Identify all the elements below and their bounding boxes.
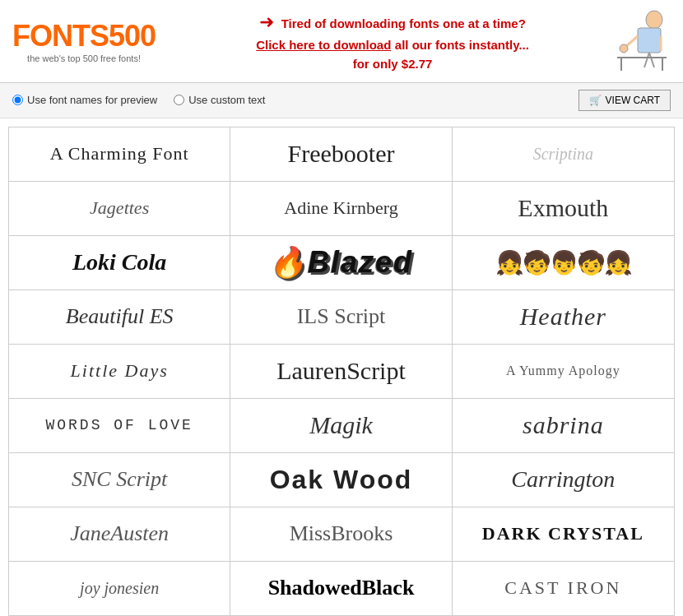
font-preview-beautiful: Beautiful ES <box>66 304 174 329</box>
font-preview-jagettes: Jagettes <box>90 197 149 219</box>
font-preview-shadowedblack: ShadowedBlack <box>268 576 415 600</box>
promo-link[interactable]: Click here to download <box>256 38 391 52</box>
font-row-9: joy jonesien ShadowedBlack CAST IRON <box>9 562 674 616</box>
svg-point-5 <box>620 44 628 53</box>
font-row-6: WORDS OF LOVE Magik sabrina <box>9 399 674 453</box>
font-preview-littledays: Little Days <box>71 360 169 382</box>
font-row-2: Jagettes Adine Kirnberg Exmouth <box>9 182 674 236</box>
font-preview-castiron: CAST IRON <box>504 577 621 599</box>
font-preview-carrington: Carrington <box>511 466 615 493</box>
font-preview-lauren: LaurenScript <box>276 357 406 385</box>
promo-arrow-icon: ➜ <box>259 12 274 32</box>
font-preview-joy: joy jonesien <box>80 579 159 598</box>
font-preview-janeausten: JaneAusten <box>70 521 169 546</box>
font-cell-jagettes[interactable]: Jagettes <box>9 182 230 235</box>
promo-text1: Tired of downloading fonts one at a time… <box>281 16 526 30</box>
font-cell-beautiful[interactable]: Beautiful ES <box>9 290 230 344</box>
font-cell-adine[interactable]: Adine Kirnberg <box>230 182 452 235</box>
logo-500: 500 <box>109 19 156 53</box>
font-cell-ils[interactable]: ILS Script <box>230 290 452 344</box>
logo-fonts: FONTS <box>12 19 109 53</box>
use-font-names-radio[interactable] <box>12 95 23 105</box>
svg-line-2 <box>644 53 649 67</box>
font-cell-lauren[interactable]: LaurenScript <box>230 345 452 398</box>
font-row-7: SNC Script Oak Wood Carrington <box>9 453 674 507</box>
font-cell-scriptina[interactable]: Scriptina <box>453 127 674 181</box>
font-cell-sabrina[interactable]: sabrina <box>453 399 674 452</box>
font-preview-sabrina: sabrina <box>523 411 604 439</box>
font-cell-lokicola[interactable]: Loki Cola <box>9 236 230 289</box>
header: FONTS500 the web's top 500 free fonts! ➜… <box>0 0 683 83</box>
font-cell-janeausten[interactable]: JaneAusten <box>9 507 230 561</box>
font-preview-figures: 👧🧒👦🧒👧 <box>495 249 631 276</box>
use-custom-text-text: Use custom text <box>188 94 265 106</box>
options-bar: Use font names for preview Use custom te… <box>0 83 683 118</box>
font-cell-magik[interactable]: Magik <box>230 399 452 452</box>
font-cell-yummy[interactable]: A Yummy Apology <box>453 345 674 398</box>
svg-line-3 <box>649 53 654 67</box>
font-preview-adine: Adine Kirnberg <box>284 197 397 219</box>
font-preview-freebooter: Freebooter <box>288 140 395 168</box>
font-row-4: Beautiful ES ILS Script Heather <box>9 290 674 345</box>
tagline: the web's top 500 free fonts! <box>12 53 156 63</box>
font-preview-scriptina: Scriptina <box>533 145 593 164</box>
use-font-names-label[interactable]: Use font names for preview <box>12 94 157 106</box>
font-cell-blazed[interactable]: 🔥Blazed <box>230 236 452 289</box>
font-preview-blazed: 🔥Blazed <box>269 245 413 280</box>
promo-banner: ➜ Tired of downloading fonts one at a ti… <box>172 8 613 74</box>
svg-line-4 <box>625 36 638 47</box>
font-preview-yummy: A Yummy Apology <box>506 364 620 378</box>
font-cell-castiron[interactable]: CAST IRON <box>453 562 674 615</box>
font-preview-heather: Heather <box>520 303 606 331</box>
font-grid-area: A Charming Font Freebooter Scriptina Jag… <box>0 118 683 617</box>
font-preview-missbrooks: MissBrooks <box>290 521 393 546</box>
font-grid: A Charming Font Freebooter Scriptina Jag… <box>8 127 675 617</box>
promo-line2: Click here to download all our fonts ins… <box>180 35 605 55</box>
logo[interactable]: FONTS500 <box>12 19 156 53</box>
font-cell-shadowedblack[interactable]: ShadowedBlack <box>230 562 452 615</box>
svg-point-0 <box>646 11 662 29</box>
use-font-names-text: Use font names for preview <box>27 94 157 106</box>
font-cell-figures[interactable]: 👧🧒👦🧒👧 <box>453 236 674 289</box>
character-illustration <box>613 10 671 72</box>
font-row-1: A Charming Font Freebooter Scriptina <box>9 127 674 182</box>
cart-label: VIEW CART <box>606 95 660 106</box>
character-svg <box>613 10 667 72</box>
svg-rect-1 <box>638 28 661 53</box>
promo-rest: all our fonts instantly... <box>395 38 529 52</box>
view-cart-button[interactable]: 🛒 VIEW CART <box>578 90 671 111</box>
use-custom-text-radio[interactable] <box>174 95 184 105</box>
font-row-3: Loki Cola 🔥Blazed 👧🧒👦🧒👧 <box>9 236 674 290</box>
font-row-5: Little Days LaurenScript A Yummy Apology <box>9 345 674 399</box>
font-preview-snc: SNC Script <box>72 467 167 492</box>
font-cell-freebooter[interactable]: Freebooter <box>230 127 452 181</box>
font-preview-ils: ILS Script <box>297 304 386 329</box>
font-cell-joy[interactable]: joy jonesien <box>9 562 230 615</box>
font-cell-snc[interactable]: SNC Script <box>9 453 230 507</box>
font-cell-darkcrystal[interactable]: DarK CrySTal <box>453 507 674 561</box>
cart-icon: 🛒 <box>589 95 602 106</box>
use-custom-text-label[interactable]: Use custom text <box>174 94 265 106</box>
font-preview-exmouth: Exmouth <box>518 194 608 222</box>
font-cell-charming[interactable]: A Charming Font <box>9 127 230 181</box>
font-preview-lokicola: Loki Cola <box>72 249 166 276</box>
promo-price: for only $2.77 <box>180 55 605 74</box>
font-preview-darkcrystal: DarK CrySTal <box>482 523 644 544</box>
font-cell-missbrooks[interactable]: MissBrooks <box>230 507 452 561</box>
font-preview-oakwood: Oak Wood <box>270 465 413 495</box>
font-cell-littledays[interactable]: Little Days <box>9 345 230 398</box>
logo-area: FONTS500 the web's top 500 free fonts! <box>12 19 156 63</box>
font-preview-charming: A Charming Font <box>50 143 189 164</box>
font-cell-oakwood[interactable]: Oak Wood <box>230 453 452 507</box>
promo-line1: ➜ Tired of downloading fonts one at a ti… <box>180 8 605 35</box>
font-row-8: JaneAusten MissBrooks DarK CrySTal <box>9 507 674 562</box>
font-cell-exmouth[interactable]: Exmouth <box>453 182 674 235</box>
font-cell-heather[interactable]: Heather <box>453 290 674 344</box>
font-preview-magik: Magik <box>309 411 373 439</box>
font-cell-words[interactable]: WORDS OF LOVE <box>9 399 230 452</box>
font-preview-words: WORDS OF LOVE <box>45 417 193 433</box>
font-cell-carrington[interactable]: Carrington <box>453 453 674 507</box>
